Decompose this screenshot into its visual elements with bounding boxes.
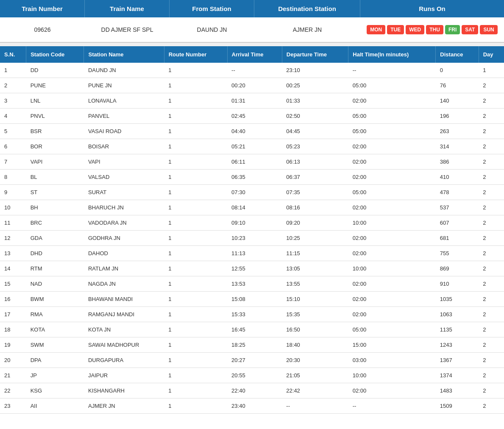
cell-sn: 8: [0, 170, 26, 185]
cell-station-code: KOTA: [26, 322, 84, 337]
cell-route-number: 1: [164, 231, 227, 246]
cell-station-name: SURAT: [84, 185, 164, 200]
cell-departure-time: 06:37: [282, 170, 348, 185]
cell-route-number: 1: [164, 200, 227, 215]
cell-arrival-time: 06:35: [227, 170, 282, 185]
th-station-code: Station Code: [26, 46, 84, 63]
cell-departure-time: 16:50: [282, 322, 348, 337]
day-badge-mon: MON: [367, 25, 385, 34]
cell-station-code: BWM: [26, 292, 84, 307]
cell-sn: 2: [0, 78, 26, 93]
cell-route-number: 1: [164, 185, 227, 200]
cell-distance: 386: [436, 154, 479, 170]
cell-distance: 410: [436, 170, 479, 185]
cell-route-number: 1: [164, 292, 227, 307]
cell-halt-time: 02:00: [348, 276, 436, 292]
table-row: 10BHBHARUCH JN108:1408:1602:005372: [0, 200, 504, 215]
cell-station-code: BSR: [26, 124, 84, 139]
th-halt-time: Halt Time(In minutes): [348, 46, 436, 63]
cell-halt-time: 02:00: [348, 231, 436, 246]
days-container: MONTUEWEDTHUFRISATSUN: [364, 25, 501, 34]
cell-halt-time: 10:00: [348, 261, 436, 276]
cell-halt-time: 10:00: [348, 215, 436, 231]
cell-arrival-time: 13:53: [227, 276, 282, 292]
cell-sn: 23: [0, 398, 26, 414]
cell-day: 2: [479, 78, 504, 93]
cell-station-name: KOTA JN: [84, 322, 164, 337]
header-train-name: Train Name: [85, 0, 170, 17]
cell-halt-time: 05:00: [348, 185, 436, 200]
cell-station-code: ST: [26, 185, 84, 200]
cell-arrival-time: 22:40: [227, 383, 282, 398]
cell-station-code: VAPI: [26, 154, 84, 170]
cell-arrival-time: 15:33: [227, 307, 282, 322]
cell-day: 2: [479, 368, 504, 383]
th-arrival-time: Arrival Time: [227, 46, 282, 63]
cell-arrival-time: 02:45: [227, 109, 282, 124]
cell-station-code: DPA: [26, 353, 84, 368]
cell-day: 2: [479, 246, 504, 261]
cell-station-name: DURGAPURA: [84, 353, 164, 368]
cell-day: 2: [479, 200, 504, 215]
cell-day: 2: [479, 231, 504, 246]
cell-day: 2: [479, 307, 504, 322]
cell-distance: 140: [436, 93, 479, 109]
cell-departure-time: 07:35: [282, 185, 348, 200]
cell-distance: 0: [436, 63, 479, 78]
cell-station-name: AJMER JN: [84, 398, 164, 414]
cell-station-name: BHAWANI MANDI: [84, 292, 164, 307]
cell-arrival-time: 10:23: [227, 231, 282, 246]
th-route-number: Route Number: [164, 46, 227, 63]
cell-arrival-time: 04:40: [227, 124, 282, 139]
day-badge-thu: THU: [426, 25, 443, 34]
cell-arrival-time: 00:20: [227, 78, 282, 93]
cell-arrival-time: 15:08: [227, 292, 282, 307]
cell-route-number: 1: [164, 139, 227, 154]
from-station-value: DAUND JN: [170, 23, 254, 36]
day-badge-wed: WED: [406, 25, 424, 34]
cell-departure-time: 09:20: [282, 215, 348, 231]
table-row: 22KSGKISHANGARH122:4022:4202:0014832: [0, 383, 504, 398]
cell-arrival-time: 20:55: [227, 368, 282, 383]
cell-station-code: PNVL: [26, 109, 84, 124]
cell-station-code: NAD: [26, 276, 84, 292]
cell-halt-time: 10:00: [348, 368, 436, 383]
table-row: 2PUNEPUNE JN100:2000:2505:00762: [0, 78, 504, 93]
cell-sn: 14: [0, 261, 26, 276]
cell-sn: 4: [0, 109, 26, 124]
cell-route-number: 1: [164, 154, 227, 170]
cell-day: 2: [479, 109, 504, 124]
cell-distance: 869: [436, 261, 479, 276]
header-runs-on: Runs On: [360, 0, 504, 17]
cell-station-code: GDA: [26, 231, 84, 246]
cell-halt-time: 02:00: [348, 93, 436, 109]
table-row: 16BWMBHAWANI MANDI115:0815:1002:0010352: [0, 292, 504, 307]
cell-sn: 6: [0, 139, 26, 154]
cell-station-name: LONAVALA: [84, 93, 164, 109]
table-row: 11BRCVADODARA JN109:1009:2010:006072: [0, 215, 504, 231]
th-departure-time: Departure Time: [282, 46, 348, 63]
cell-halt-time: 05:00: [348, 109, 436, 124]
cell-station-name: VADODARA JN: [84, 215, 164, 231]
cell-sn: 9: [0, 185, 26, 200]
day-badge-tue: TUE: [387, 25, 404, 34]
cell-departure-time: 23:10: [282, 63, 348, 78]
cell-route-number: 1: [164, 124, 227, 139]
cell-station-name: NAGDA JN: [84, 276, 164, 292]
cell-departure-time: 08:16: [282, 200, 348, 215]
cell-station-code: RTM: [26, 261, 84, 276]
cell-arrival-time: 20:27: [227, 353, 282, 368]
table-row: 9STSURAT107:3007:3505:004782: [0, 185, 504, 200]
cell-departure-time: 13:55: [282, 276, 348, 292]
train-number-value: 09626: [0, 23, 85, 36]
table-row: 21JPJAIPUR120:5521:0510:0013742: [0, 368, 504, 383]
cell-day: 2: [479, 337, 504, 353]
cell-halt-time: --: [348, 398, 436, 414]
table-row: 19SWMSAWAI MADHOPUR118:2518:4015:0012432: [0, 337, 504, 353]
cell-sn: 10: [0, 200, 26, 215]
cell-station-name: DAUND JN: [84, 63, 164, 78]
cell-station-code: RMA: [26, 307, 84, 322]
cell-sn: 15: [0, 276, 26, 292]
cell-sn: 11: [0, 215, 26, 231]
schedule-table: S.N. Station Code Station Name Route Num…: [0, 46, 504, 414]
